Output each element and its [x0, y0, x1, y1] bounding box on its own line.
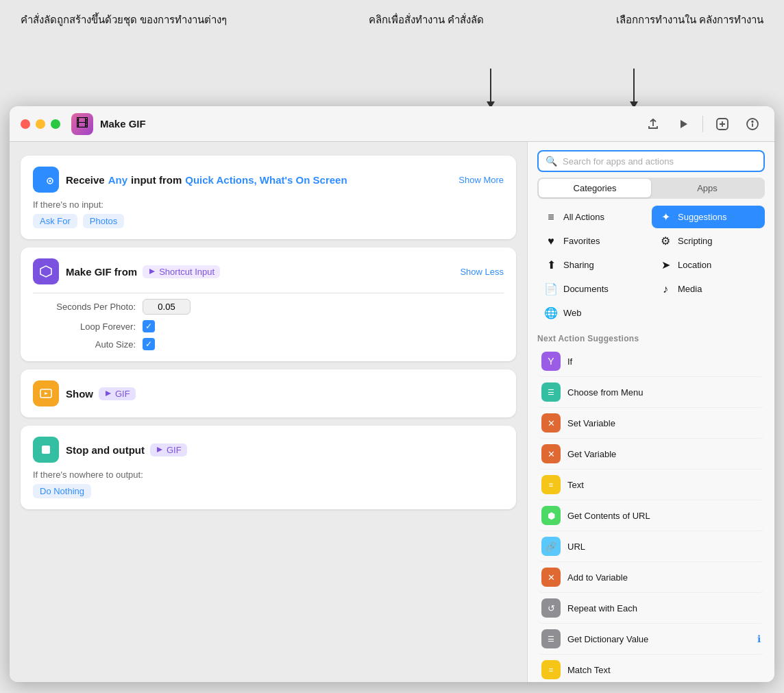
- add-action-button[interactable]: [711, 113, 733, 135]
- make-gif-icon: [33, 258, 59, 284]
- nowhere-label: If there's nowhere to output:: [33, 470, 504, 480]
- suggestion-get-contents-url[interactable]: ⬢ Get Contents of URL: [537, 500, 765, 531]
- receive-any-token[interactable]: Any: [108, 174, 127, 186]
- suggestion-set-variable[interactable]: ✕ Set Variable: [537, 408, 765, 439]
- loop-checkbox[interactable]: ✓: [143, 320, 155, 332]
- suggestion-text[interactable]: ≡ Text: [537, 470, 765, 500]
- receive-icon: [33, 167, 59, 193]
- category-documents[interactable]: 📄 Documents: [537, 278, 650, 300]
- tab-apps[interactable]: Apps: [651, 179, 763, 197]
- divider: [702, 116, 703, 132]
- separator: [33, 293, 504, 293]
- get-url-label: Get Contents of URL: [567, 511, 761, 521]
- receive-sources-token[interactable]: Quick Actions, What's On Screen: [185, 174, 347, 186]
- if-icon: Y: [541, 352, 561, 371]
- stop-gif-token[interactable]: GIF: [150, 443, 187, 457]
- media-icon: ♪: [659, 283, 672, 295]
- match-text-label: Match Text: [567, 665, 761, 675]
- svg-marker-10: [106, 391, 111, 396]
- documents-label: Documents: [563, 284, 609, 294]
- dict-info-icon[interactable]: ℹ: [757, 633, 761, 644]
- titlebar: 🎞 Make GIF: [10, 106, 774, 142]
- url-icon: 🔗: [541, 537, 561, 556]
- action-library: 🔍 Categories Apps ≡ All Actions ✦: [527, 142, 774, 682]
- category-suggestions[interactable]: ✦ Suggestions: [652, 206, 765, 228]
- right-arrow: [633, 69, 635, 103]
- url-label: URL: [567, 542, 761, 552]
- segment-control: Categories Apps: [537, 178, 765, 199]
- all-actions-icon: ≡: [544, 211, 558, 223]
- sharing-icon: ⬆: [544, 258, 558, 271]
- show-gif-token[interactable]: GIF: [99, 387, 136, 400]
- suggestion-url[interactable]: 🔗 URL: [537, 531, 765, 562]
- make-gif-header: Make GIF from Shortcut Input: [66, 265, 453, 278]
- get-var-label: Get Variable: [567, 449, 761, 459]
- stop-card: Stop and output GIF If there's nowhere t…: [21, 426, 516, 509]
- suggestions-label: Suggestions: [678, 212, 727, 222]
- svg-point-6: [752, 121, 753, 122]
- search-icon: 🔍: [546, 156, 557, 167]
- category-scripting[interactable]: ⚙ Scripting: [652, 230, 765, 252]
- center-arrow: [490, 69, 491, 103]
- suggestion-add-to-variable[interactable]: ✕ Add to Variable: [537, 562, 765, 593]
- category-web[interactable]: 🌐 Web: [537, 302, 650, 324]
- text-label: Text: [567, 480, 761, 490]
- web-label: Web: [563, 308, 582, 318]
- add-var-label: Add to Variable: [567, 572, 761, 583]
- seconds-value[interactable]: 0.05: [143, 299, 191, 315]
- category-favorites[interactable]: ♥ Favorites: [537, 230, 650, 252]
- info-button[interactable]: [742, 113, 763, 135]
- suggestion-if[interactable]: Y If: [537, 346, 765, 377]
- ask-for-token[interactable]: Ask For: [33, 214, 77, 228]
- favorites-icon: ♥: [544, 235, 558, 247]
- category-all-actions[interactable]: ≡ All Actions: [537, 206, 650, 228]
- make-gif-card: Make GIF from Shortcut Input Show Less S…: [21, 247, 516, 361]
- titlebar-actions: [642, 113, 763, 135]
- repeat-icon: ↺: [541, 598, 561, 618]
- share-button[interactable]: [642, 113, 664, 135]
- suggestions-title: Next Action Suggestions: [537, 330, 765, 346]
- gif-params: Seconds Per Photo: 0.05 Loop Forever: ✓ …: [33, 299, 504, 350]
- category-media[interactable]: ♪ Media: [652, 278, 765, 300]
- close-button[interactable]: [21, 119, 30, 129]
- minimize-button[interactable]: [36, 119, 45, 129]
- receive-text: Receive Any input from Quick Actions, Wh…: [66, 174, 452, 186]
- categories-grid: ≡ All Actions ✦ Suggestions ♥ Favorites …: [528, 206, 774, 330]
- suggestion-match-text[interactable]: ≡ Match Text: [537, 655, 765, 682]
- seconds-label: Seconds Per Photo:: [40, 302, 136, 312]
- show-more-button[interactable]: Show More: [458, 175, 504, 185]
- suggestion-repeat-with-each[interactable]: ↺ Repeat with Each: [537, 593, 765, 624]
- favorites-label: Favorites: [563, 236, 600, 246]
- location-icon: ➤: [659, 258, 672, 271]
- suggestion-get-variable[interactable]: ✕ Get Variable: [537, 439, 765, 470]
- add-var-icon: ✕: [541, 568, 561, 587]
- match-text-icon: ≡: [541, 660, 561, 679]
- do-nothing-row: Do Nothing: [33, 484, 504, 498]
- suggestion-get-dictionary-value[interactable]: ☰ Get Dictionary Value ℹ: [537, 624, 765, 655]
- suggestions-icon: ✦: [659, 210, 672, 223]
- traffic-lights: [21, 119, 60, 129]
- svg-marker-12: [157, 447, 162, 452]
- documents-icon: 📄: [544, 282, 558, 295]
- do-nothing-token[interactable]: Do Nothing: [33, 484, 91, 498]
- fullscreen-button[interactable]: [51, 119, 60, 129]
- choose-menu-label: Choose from Menu: [567, 387, 761, 398]
- annotation-right: เลือกการทำงานใน คลังการทำงาน: [572, 12, 763, 28]
- auto-size-checkbox[interactable]: ✓: [143, 338, 155, 350]
- receive-from-label: input from: [131, 174, 182, 186]
- play-button[interactable]: [672, 113, 694, 135]
- photos-token[interactable]: Photos: [83, 214, 124, 228]
- set-var-icon: ✕: [541, 413, 561, 433]
- category-sharing[interactable]: ⬆ Sharing: [537, 254, 650, 276]
- category-location[interactable]: ➤ Location: [652, 254, 765, 276]
- tab-categories[interactable]: Categories: [539, 179, 651, 197]
- dict-label: Get Dictionary Value: [567, 634, 750, 644]
- search-box: 🔍: [537, 150, 765, 172]
- show-less-button[interactable]: Show Less: [460, 267, 504, 277]
- receive-card: Receive Any input from Quick Actions, Wh…: [21, 156, 516, 239]
- search-input[interactable]: [563, 156, 757, 167]
- window-title: Make GIF: [100, 118, 642, 130]
- suggestion-choose-from-menu[interactable]: ☰ Choose from Menu: [537, 377, 765, 408]
- shortcut-input-token[interactable]: Shortcut Input: [143, 265, 220, 278]
- scripting-label: Scripting: [678, 236, 713, 246]
